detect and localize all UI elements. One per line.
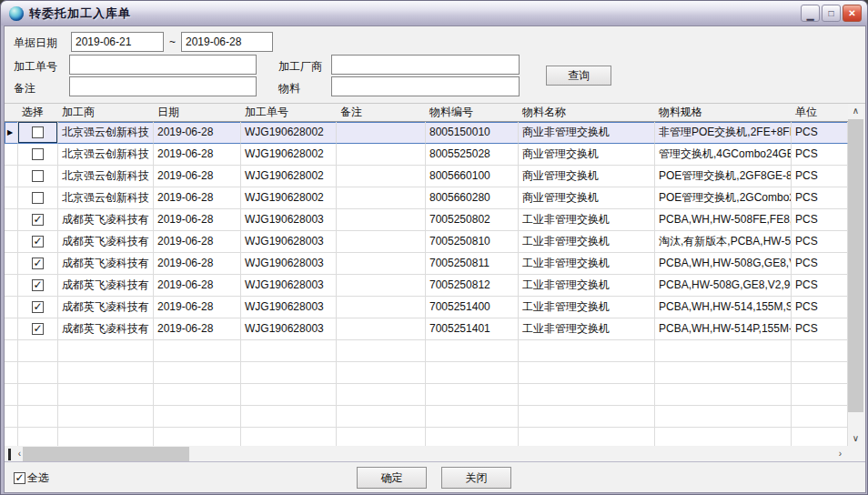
cell-material_name — [519, 340, 655, 362]
row-select-cell[interactable] — [18, 166, 58, 187]
row-indicator-cell — [5, 231, 18, 253]
cell-unit — [792, 362, 848, 384]
column-header-date[interactable]: 日期 — [154, 104, 241, 122]
date-from-input[interactable] — [71, 32, 164, 52]
column-header-processor[interactable]: 加工商 — [58, 104, 154, 122]
cell-spec: POE管理交换机,2GF8GE-8 — [655, 166, 792, 187]
window-title: 转委托加工入库单 — [29, 5, 131, 22]
row-checkbox[interactable] — [32, 148, 44, 160]
row-select-cell[interactable] — [18, 122, 58, 144]
cell-unit: PCS — [792, 166, 848, 187]
cell-material_name: 工业非管理交换机 — [519, 275, 655, 297]
title-bar[interactable]: 转委托加工入库单 ▁ □ ✕ — [1, 1, 867, 25]
row-select-cell — [18, 406, 58, 428]
column-header-material_no[interactable]: 物料编号 — [426, 104, 519, 122]
horizontal-scrollbar[interactable]: ‹ › — [5, 447, 848, 462]
cell-material_no: 7005251400 — [426, 297, 519, 318]
row-indicator-cell — [5, 187, 18, 209]
cell-material_no: 8005525028 — [426, 144, 519, 166]
cell-unit — [792, 340, 848, 362]
row-indicator-cell — [5, 166, 18, 187]
table-row[interactable]: ✓成都英飞凌科技有2019-06-28WJG190628003700525081… — [5, 231, 848, 253]
close-dialog-button[interactable]: 关闭 — [441, 467, 511, 489]
column-header-order_no[interactable]: 加工单号 — [241, 104, 337, 122]
table-row[interactable]: ✓成都英飞凌科技有2019-06-28WJG190628003700525140… — [5, 318, 848, 340]
column-header-remark[interactable]: 备注 — [337, 104, 426, 122]
row-select-cell[interactable]: ✓ — [18, 253, 58, 275]
vendor-input[interactable] — [331, 55, 520, 75]
row-checkbox[interactable]: ✓ — [32, 301, 44, 313]
cell-order_no: WJG190628003 — [241, 209, 337, 231]
table-row[interactable]: 北京强云创新科技2019-06-28WJG1906280028005525028… — [5, 144, 848, 166]
scroll-right-icon[interactable]: › — [833, 447, 848, 462]
cell-processor: 北京强云创新科技 — [58, 122, 154, 144]
close-button[interactable]: ✕ — [843, 5, 862, 22]
column-header-spec[interactable]: 物料规格 — [655, 104, 792, 122]
table-row[interactable]: 北京强云创新科技2019-06-28WJG1906280028005660100… — [5, 166, 848, 187]
row-checkbox[interactable] — [32, 126, 44, 138]
material-label: 物料 — [278, 81, 300, 96]
row-select-cell[interactable] — [18, 144, 58, 166]
maximize-icon: □ — [828, 8, 833, 18]
column-header-select[interactable]: 选择 — [18, 104, 58, 122]
select-all-checkbox[interactable]: ✓ — [14, 472, 25, 484]
cell-processor — [58, 428, 154, 446]
cell-remark — [337, 253, 426, 275]
caption-buttons: ▁ □ ✕ — [801, 5, 862, 22]
row-checkbox[interactable]: ✓ — [32, 323, 44, 335]
cell-remark — [337, 340, 426, 362]
material-input[interactable] — [331, 76, 520, 96]
row-select-cell[interactable]: ✓ — [18, 231, 58, 253]
cell-order_no — [241, 428, 337, 446]
remark-input[interactable] — [69, 76, 257, 96]
cell-unit — [792, 428, 848, 446]
row-select-cell[interactable]: ✓ — [18, 318, 58, 340]
table-row[interactable]: 北京强云创新科技2019-06-28WJG1906280028005660280… — [5, 187, 848, 209]
cell-unit: PCS — [792, 253, 848, 275]
cell-order_no: WJG190628003 — [241, 318, 337, 340]
table-body: ▶北京强云创新科技2019-06-28WJG190628002800515001… — [5, 122, 848, 446]
row-select-cell[interactable] — [18, 187, 58, 209]
cell-material_name — [519, 384, 655, 406]
table-row[interactable]: ✓成都英飞凌科技有2019-06-28WJG190628003700525140… — [5, 297, 848, 318]
row-checkbox[interactable]: ✓ — [32, 258, 44, 269]
order-no-input[interactable] — [69, 55, 257, 75]
row-select-cell[interactable]: ✓ — [18, 209, 58, 231]
cell-spec: PCBA,HW-508G,GE8,V2,9- — [655, 275, 792, 297]
select-all-control[interactable]: ✓ 全选 — [14, 470, 49, 486]
row-select-cell[interactable]: ✓ — [18, 297, 58, 318]
vertical-scroll-thumb[interactable] — [848, 119, 863, 412]
scroll-down-icon[interactable]: ∨ — [848, 431, 863, 447]
cell-material_no: 8005150010 — [426, 122, 519, 144]
ok-button[interactable]: 确定 — [357, 467, 427, 489]
row-checkbox[interactable]: ✓ — [32, 214, 44, 226]
cell-processor: 成都英飞凌科技有 — [58, 318, 154, 340]
table-row[interactable]: ✓成都英飞凌科技有2019-06-28WJG190628003700525081… — [5, 253, 848, 275]
minimize-button[interactable]: ▁ — [801, 5, 820, 22]
column-header-material_name[interactable]: 物料名称 — [519, 104, 655, 122]
remark-label: 备注 — [14, 81, 35, 96]
date-separator: ~ — [169, 35, 176, 48]
horizontal-scroll-thumb[interactable] — [23, 447, 189, 462]
cell-remark — [337, 406, 426, 428]
row-select-cell[interactable]: ✓ — [18, 275, 58, 297]
table-row[interactable]: ✓成都英飞凌科技有2019-06-28WJG190628003700525081… — [5, 275, 848, 297]
cell-unit: PCS — [792, 297, 848, 318]
row-checkbox[interactable]: ✓ — [32, 236, 44, 248]
app-globe-icon — [9, 6, 24, 21]
maximize-button[interactable]: □ — [822, 5, 841, 22]
table-filler-row — [5, 384, 848, 406]
cell-remark — [337, 231, 426, 253]
vertical-scrollbar[interactable]: ∧ ∨ — [848, 104, 863, 447]
cell-order_no — [241, 406, 337, 428]
query-button[interactable]: 查询 — [546, 66, 611, 86]
row-checkbox[interactable]: ✓ — [32, 279, 44, 291]
date-to-input[interactable] — [181, 32, 273, 52]
column-header-unit[interactable]: 单位 — [792, 104, 848, 122]
cell-material_no: 7005250802 — [426, 209, 519, 231]
scroll-up-icon[interactable]: ∧ — [848, 104, 863, 119]
row-checkbox[interactable] — [32, 170, 44, 182]
row-checkbox[interactable] — [32, 192, 44, 204]
table-row[interactable]: ▶北京强云创新科技2019-06-28WJG190628002800515001… — [5, 122, 848, 144]
table-row[interactable]: ✓成都英飞凌科技有2019-06-28WJG190628003700525080… — [5, 209, 848, 231]
